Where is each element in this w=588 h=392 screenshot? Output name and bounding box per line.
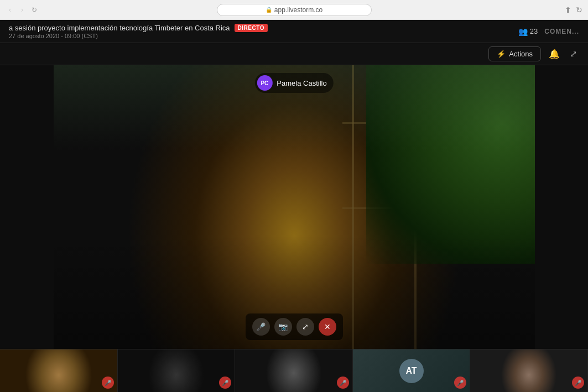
header-right: 👥 23 COMEN... xyxy=(518,27,579,36)
event-date: 27 de agosto 2020 - 09:00 (CST) xyxy=(9,33,268,39)
video-toolbar: ⚡ Actions 🔔 ⤢ xyxy=(0,43,588,65)
attendees-count: 23 xyxy=(530,27,538,35)
side-bar-left xyxy=(0,108,54,349)
reload-button[interactable]: ↻ xyxy=(30,6,39,14)
speaker-name: Pamela Castillo xyxy=(277,79,326,87)
notifications-button[interactable]: 🔔 xyxy=(547,46,562,61)
thumbnail-4[interactable]: AT 🎤 xyxy=(353,349,471,392)
speaker-avatar: PC xyxy=(257,75,272,91)
main-content: ⚡ Actions 🔔 ⤢ PC xyxy=(0,43,588,392)
app-header: a sesión proyecto implementación tecnolo… xyxy=(0,20,588,43)
thumbnail-3[interactable]: 🎤 xyxy=(235,349,353,392)
video-controls: 🎤 📷 ⤢ ✕ xyxy=(246,313,343,340)
thumb-5-bg xyxy=(470,349,587,392)
thumb-2-bg xyxy=(118,349,235,392)
thumb-1-bg xyxy=(0,349,117,392)
thumb-3-bg xyxy=(235,349,352,392)
expand-button[interactable]: ⤢ xyxy=(568,46,579,61)
thumbnail-strip: 🎤 🎤 🎤 AT 🎤 xyxy=(0,349,588,392)
thumb-2-person xyxy=(118,349,235,392)
video-overlay xyxy=(54,65,535,349)
thumb-4-avatar: AT xyxy=(399,359,424,383)
attendees-button[interactable]: 👥 23 xyxy=(518,27,538,36)
leave-button[interactable]: ✕ xyxy=(319,318,336,336)
speaker-tag: PC Pamela Castillo xyxy=(254,73,333,93)
people-icon: 👥 xyxy=(518,27,528,36)
thumb-1-mute: 🎤 xyxy=(102,377,114,389)
main-video-background: PC Pamela Castillo 🎤 📷 ⤢ ✕ xyxy=(54,65,535,349)
video-area: PC Pamela Castillo 🎤 📷 ⤢ ✕ 🎤 xyxy=(0,65,588,392)
thumb-5-mute: 🎤 xyxy=(572,377,584,389)
thumb-3-person xyxy=(235,349,352,392)
actions-label: Actions xyxy=(509,50,533,58)
main-video: PC Pamela Castillo 🎤 📷 ⤢ ✕ xyxy=(54,65,535,349)
thumb-4-bg: AT xyxy=(353,349,470,392)
thumb-1-person xyxy=(0,349,117,392)
browser-nav: ‹ › ↻ xyxy=(6,6,39,14)
thumbnail-5[interactable]: 🎤 xyxy=(470,349,588,392)
mic-control-button[interactable]: 🎤 xyxy=(252,318,270,336)
lock-icon: 🔒 xyxy=(266,7,272,13)
refresh-icon[interactable]: ↻ xyxy=(576,6,582,14)
comments-label: COMEN... xyxy=(544,28,579,35)
camera-control-button[interactable]: 📷 xyxy=(274,318,292,336)
actions-button[interactable]: ⚡ Actions xyxy=(488,46,541,61)
back-button[interactable]: ‹ xyxy=(6,6,14,14)
live-badge: DIRECTO xyxy=(235,24,268,32)
header-left: a sesión proyecto implementación tecnolo… xyxy=(9,24,268,39)
address-bar[interactable]: 🔒 app.livestorm.co xyxy=(217,4,372,16)
lightning-icon: ⚡ xyxy=(497,50,506,58)
thumb-3-mute: 🎤 xyxy=(337,377,349,389)
thumbnail-1[interactable]: 🎤 xyxy=(0,349,118,392)
thumbnail-2[interactable]: 🎤 xyxy=(118,349,236,392)
share-icon[interactable]: ⬆ xyxy=(565,6,571,14)
thumb-5-person xyxy=(470,349,587,392)
forward-button[interactable]: › xyxy=(18,6,27,14)
side-bar-right xyxy=(535,108,589,349)
event-title-row: a sesión proyecto implementación tecnolo… xyxy=(9,24,268,32)
url-text: app.livestorm.co xyxy=(274,6,322,14)
browser-actions: ⬆ ↻ xyxy=(565,6,582,14)
screenshare-control-button[interactable]: ⤢ xyxy=(296,318,314,336)
browser-chrome: ‹ › ↻ 🔒 app.livestorm.co ⬆ ↻ xyxy=(0,0,588,20)
event-title: a sesión proyecto implementación tecnolo… xyxy=(9,24,230,32)
